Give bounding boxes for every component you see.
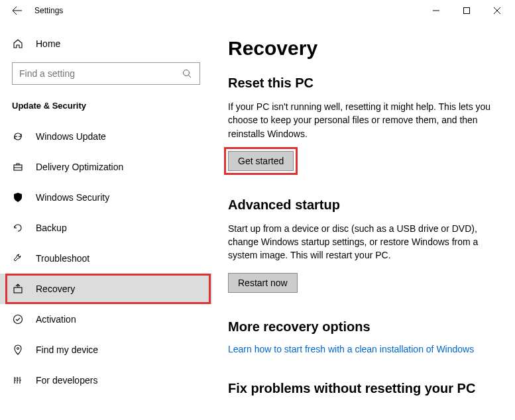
sidebar: Home Update & Security Windows Update De… xyxy=(0,21,212,420)
shield-icon xyxy=(12,192,24,203)
developers-icon xyxy=(12,375,24,386)
close-button[interactable] xyxy=(482,0,512,21)
sidebar-item-label: For developers xyxy=(36,375,97,386)
sidebar-item-label: Activation xyxy=(36,314,76,325)
svg-point-4 xyxy=(14,315,23,324)
search-box[interactable] xyxy=(12,62,200,85)
sidebar-item-label: Windows Security xyxy=(36,192,109,203)
reset-text: If your PC isn't running well, resetting… xyxy=(228,100,500,140)
sidebar-item-label: Windows Update xyxy=(36,131,106,142)
advanced-title: Advanced startup xyxy=(228,197,500,213)
maximize-button[interactable] xyxy=(451,0,482,21)
arrow-left-icon xyxy=(12,5,23,16)
search-icon xyxy=(182,69,193,78)
category-label: Update & Security xyxy=(0,94,212,121)
home-icon xyxy=(12,38,24,49)
sidebar-item-recovery[interactable]: Recovery xyxy=(0,274,212,304)
check-circle-icon xyxy=(12,314,24,325)
main-content: Recovery Reset this PC If your PC isn't … xyxy=(212,21,515,420)
sidebar-item-label: Troubleshoot xyxy=(36,253,89,264)
sync-icon xyxy=(12,131,24,142)
location-icon xyxy=(12,344,24,355)
restart-now-button[interactable]: Restart now xyxy=(228,273,298,293)
fix-title: Fix problems without resetting your PC xyxy=(228,381,500,396)
home-nav[interactable]: Home xyxy=(0,29,212,58)
sidebar-item-for-developers[interactable]: For developers xyxy=(0,365,212,395)
maximize-icon xyxy=(463,7,470,14)
sidebar-item-label: Find my device xyxy=(36,344,98,355)
minimize-button[interactable] xyxy=(421,0,451,21)
wrench-icon xyxy=(12,253,24,264)
sidebar-item-backup[interactable]: Backup xyxy=(0,213,212,243)
more-title: More recovery options xyxy=(228,319,500,335)
sidebar-item-find-my-device[interactable]: Find my device xyxy=(0,335,212,365)
reset-title: Reset this PC xyxy=(228,76,500,91)
sidebar-item-label: Backup xyxy=(36,223,67,233)
fresh-install-link[interactable]: Learn how to start fresh with a clean in… xyxy=(228,344,500,354)
get-started-button[interactable]: Get started xyxy=(228,151,294,171)
svg-point-5 xyxy=(17,348,19,350)
sidebar-item-windows-security[interactable]: Windows Security xyxy=(0,182,212,213)
recovery-icon xyxy=(12,284,24,294)
advanced-text: Start up from a device or disc (such as … xyxy=(228,222,500,262)
backup-icon xyxy=(12,223,24,233)
home-label: Home xyxy=(36,38,60,49)
minimize-icon xyxy=(433,7,439,14)
sidebar-item-delivery-optimization[interactable]: Delivery Optimization xyxy=(0,152,212,182)
nav-list: Windows Update Delivery Optimization Win… xyxy=(0,121,212,395)
sidebar-item-windows-update[interactable]: Windows Update xyxy=(0,121,212,152)
sidebar-item-activation[interactable]: Activation xyxy=(0,304,212,335)
window-title: Settings xyxy=(34,6,63,15)
sidebar-item-label: Delivery Optimization xyxy=(36,162,123,172)
back-button[interactable] xyxy=(3,0,32,21)
sidebar-item-label: Recovery xyxy=(36,284,75,294)
svg-rect-3 xyxy=(14,288,22,293)
delivery-icon xyxy=(12,162,24,172)
window-controls xyxy=(421,0,512,21)
page-title: Recovery xyxy=(228,37,500,60)
search-input[interactable] xyxy=(19,68,182,79)
close-icon xyxy=(494,7,500,14)
svg-point-1 xyxy=(184,70,190,76)
svg-rect-0 xyxy=(464,8,470,14)
title-bar: Settings xyxy=(0,0,515,21)
sidebar-item-troubleshoot[interactable]: Troubleshoot xyxy=(0,243,212,274)
